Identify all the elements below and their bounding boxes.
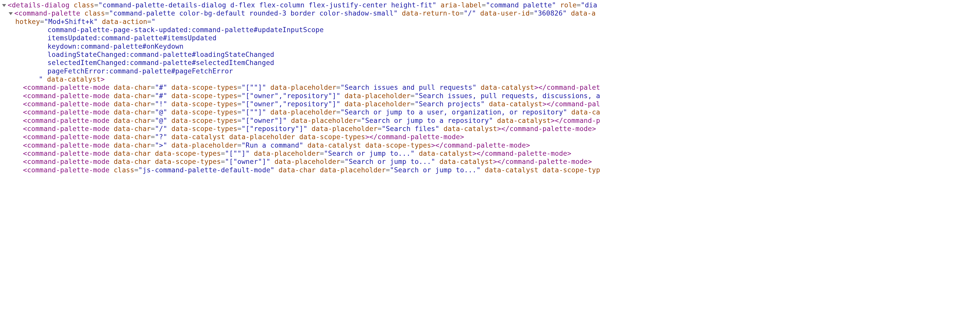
dom-eq: = [460,9,464,17]
dom-attr-name: data-placeholder [172,141,237,149]
dom-attr-value: "[""]" [242,108,266,116]
dom-eq: = [151,83,155,91]
dom-tree-row[interactable]: hotkey="Mod+Shift+k" data-action=" [0,17,980,26]
dom-tag-name: command-palette-mode [27,83,110,91]
dom-attr-name: data-catalyst [439,158,493,165]
dom-attr-name: aria-label [441,1,482,9]
dom-attr-name: data-scope-types [172,92,237,100]
dom-tree-row[interactable]: loadingStateChanged:command-palette#load… [0,51,980,59]
dom-bracket: </ [497,158,505,165]
dom-bracket: > [460,133,464,141]
dom-attr-value: "[""]" [242,83,266,91]
dom-tree-row[interactable]: <command-palette-mode class="js-command-… [0,166,980,174]
dom-eq: = [237,117,242,124]
dom-attr-value: "@" [155,108,167,116]
dom-tree-row[interactable]: <command-palette-mode data-char="@" data… [0,108,980,116]
dom-attr-name: data-user-id [480,9,530,17]
disclosure-triangle-icon[interactable] [9,12,13,15]
dom-attr-value: "["repository"]" [242,125,307,133]
dom-attr-name: data-char [114,83,151,91]
dom-tree-row[interactable]: <command-palette-mode data-char="#" data… [0,83,980,92]
dom-attr-name: class [84,9,105,17]
dom-tree-row[interactable]: <command-palette-mode data-char data-sco… [0,158,980,166]
dom-bracket: > [588,158,592,165]
dom-bracket: < [23,133,27,141]
dom-tree-row[interactable]: <command-palette-mode data-char="?" data… [0,133,980,141]
dom-attr-value: "#" [155,83,167,91]
dom-attr-name: data-placeholder [312,125,377,133]
dom-bracket: > [493,158,497,165]
dom-tree-row[interactable]: <command-palette-mode data-char="#" data… [0,92,980,100]
dom-bracket: > [100,75,105,83]
dom-bracket: < [23,117,27,124]
dom-tree-row[interactable]: pageFetchError:command-palette#pageFetch… [0,67,980,75]
dom-attr-name: data-placeholder [320,166,386,174]
dom-tree-row[interactable]: <command-palette class="command-palette … [0,9,980,17]
dom-attr-name: data-catalyst [172,133,225,141]
dom-tag-name: command-palette [18,9,80,17]
dom-attr-value: "dia [581,1,597,9]
dom-tag-name: command-p [563,117,600,124]
dom-tree-row[interactable]: <details-dialog class="command-palette-d… [0,1,980,9]
dom-attr-value: "["owner"]" [225,158,270,165]
dom-attr-name: data-a [571,9,596,17]
dom-attr-name: role [560,1,577,9]
dom-attr-name: data-scope-types [172,117,237,124]
dom-tree-row[interactable]: " data-catalyst> [0,75,980,83]
dom-attr-name: data-ca [571,108,600,116]
dom-attr-value: "command palette" [486,1,556,9]
dom-tag-name: command-palette-mode [444,141,526,149]
dom-eq: = [151,100,155,108]
dom-bracket: < [14,9,18,17]
dom-attr-name: data-char [114,117,151,124]
dom-eq: = [237,125,242,133]
dom-attr-value: "command-palette-details-dialog d-flex f… [98,1,436,9]
dom-attr-value-line: command-palette-page-stack-updated:comma… [48,26,324,34]
dom-attr-name: data-scope-types [172,100,237,108]
dom-tag-name: command-palette-mode [27,100,110,108]
dom-tree-row[interactable]: <command-palette-mode data-char="!" data… [0,100,980,108]
dom-bracket: < [23,92,27,100]
dom-tag-name: command-palette-mode [27,158,110,165]
dom-attr-value: ">" [155,141,167,149]
dom-tag-name: command-palette-mode [27,133,110,141]
dom-eq: = [320,149,324,157]
dom-eq: = [151,125,155,133]
dom-tree-row[interactable]: <command-palette-mode data-char="/" data… [0,125,980,133]
dom-attr-name: data-char [114,125,151,133]
dom-tag-name: command-palette-mode [509,125,592,133]
dom-attr-name: data-catalyst [489,100,542,108]
dom-attr-value: "Search issues, pull requests, discussio… [415,92,600,100]
dom-tree-row[interactable]: command-palette-page-stack-updated:comma… [0,26,980,34]
dom-tag-name: command-palette-mode [27,125,110,133]
dom-tree-row[interactable]: selectedItemChanged:command-palette#sele… [0,59,980,67]
devtools-dom-tree[interactable]: <details-dialog class="command-palette-d… [0,1,980,174]
dom-attr-value: "Search or jump to..." [324,149,414,157]
dom-eq: = [410,100,415,108]
dom-tree-row[interactable]: <command-palette-mode data-char=">" data… [0,141,980,149]
dom-tree-row[interactable]: itemsUpdated:command-palette#itemsUpdate… [0,34,980,42]
dom-tree-row[interactable]: <command-palette-mode data-char data-sco… [0,149,980,158]
dom-eq: = [237,92,242,100]
dom-tree-row[interactable]: keydown:command-palette#onKeydown [0,42,980,51]
dom-attr-name: data-char [114,108,151,116]
dom-attr-value: "/" [464,9,476,17]
dom-attr-name: data-placeholder [270,108,336,116]
dom-tree-row[interactable]: <command-palette-mode data-char="@" data… [0,117,980,125]
dom-eq: = [134,166,138,174]
dom-tag-name: command-palette-mode [27,117,110,124]
dom-attr-name: data-catalyst [497,117,551,124]
dom-attr-name: data-return-to [402,9,460,17]
dom-attr-value: "["owner"]" [242,117,287,124]
disclosure-triangle-icon[interactable] [2,4,6,7]
dom-eq: = [410,92,415,100]
dom-eq: = [336,83,340,91]
dom-attr-name: data-scope-types [172,83,237,91]
dom-attr-name: data-action [102,17,147,25]
dom-bracket: > [473,149,476,157]
dom-tag-name: command-palette-mode [377,133,460,141]
dom-bracket: < [23,158,27,165]
dom-bracket: > [567,149,571,157]
dom-attr-value: "Search or jump to a user, organization,… [340,108,567,116]
dom-tag-name: command-palette-mode [485,149,567,157]
